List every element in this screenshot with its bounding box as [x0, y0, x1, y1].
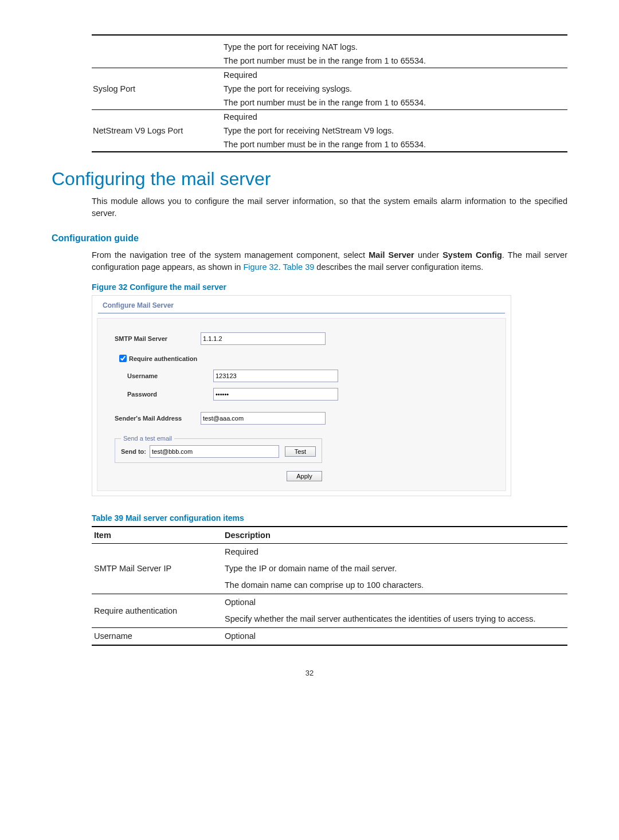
guide-paragraph: From the navigation tree of the system m…	[92, 249, 567, 273]
header-item: Item	[92, 527, 222, 544]
require-auth-checkbox[interactable]	[119, 355, 127, 362]
smtp-input[interactable]	[201, 332, 326, 345]
config-guide-heading: Configuration guide	[52, 233, 567, 244]
test-button[interactable]: Test	[285, 446, 316, 457]
figure-caption: Figure 32 Configure the mail server	[92, 282, 567, 292]
syslog-item: Syslog Port	[92, 68, 222, 110]
smtp-ip-d3: The domain name can comprise up to 100 c…	[222, 577, 567, 594]
nat-desc-2: The port number must be in the range fro…	[222, 54, 567, 68]
page-number: 32	[52, 669, 567, 677]
apply-button[interactable]: Apply	[287, 471, 322, 481]
ports-table: Type the port for receiving NAT logs. Th…	[92, 34, 567, 152]
smtp-ip-item: SMTP Mail Server IP	[92, 544, 222, 594]
username-d1: Optional	[222, 628, 567, 646]
netstream-d1: Required	[222, 110, 567, 124]
smtp-label: SMTP Mail Server	[115, 335, 201, 342]
username-input[interactable]	[213, 370, 338, 382]
require-auth-label: Require authentication	[129, 355, 197, 362]
panel-title: Configure Mail Server	[92, 296, 511, 313]
sendto-label: Send to:	[121, 448, 146, 455]
syslog-d3: The port number must be in the range fro…	[222, 96, 567, 110]
syslog-d2: Type the port for receiving syslogs.	[222, 82, 567, 96]
test-email-fieldset: Send a test email Send to: Test	[115, 435, 322, 463]
req-auth-d2: Specify whether the mail server authenti…	[222, 611, 567, 628]
mail-server-screenshot: Configure Mail Server SMTP Mail Server R…	[92, 295, 511, 496]
figure-link[interactable]: Figure 32	[243, 262, 278, 272]
password-input[interactable]	[213, 388, 338, 401]
sendto-input[interactable]	[150, 445, 279, 458]
mail-config-table: Item Description SMTP Mail Server IP Req…	[92, 526, 567, 646]
smtp-ip-d2: Type the IP or domain name of the mail s…	[222, 560, 567, 577]
guide-text: under	[414, 250, 442, 260]
username-label: Username	[115, 372, 213, 379]
guide-text: From the navigation tree of the system m…	[92, 250, 369, 260]
system-config-bold: System Config	[442, 250, 502, 260]
req-auth-d1: Optional	[222, 594, 567, 611]
syslog-d1: Required	[222, 68, 567, 83]
table-caption: Table 39 Mail server configuration items	[92, 513, 567, 523]
req-auth-item: Require authentication	[92, 594, 222, 628]
sender-label: Sender's Mail Address	[115, 415, 201, 422]
netstream-item: NetStream V9 Logs Port	[92, 110, 222, 152]
intro-paragraph: This module allows you to configure the …	[92, 195, 567, 219]
mail-server-bold: Mail Server	[369, 250, 414, 260]
netstream-d2: Type the port for receiving NetStream V9…	[222, 124, 567, 138]
netstream-d3: The port number must be in the range fro…	[222, 138, 567, 152]
test-email-legend: Send a test email	[121, 435, 174, 442]
nat-desc-1: Type the port for receiving NAT logs.	[222, 40, 567, 54]
password-label: Password	[115, 391, 213, 398]
section-heading: Configuring the mail server	[52, 168, 567, 190]
header-desc: Description	[222, 527, 567, 544]
smtp-ip-d1: Required	[222, 544, 567, 561]
guide-text: describes the mail server configuration …	[314, 262, 483, 272]
table-link[interactable]: Table 39	[283, 262, 314, 272]
sender-input[interactable]	[201, 412, 326, 425]
username-item: Username	[92, 628, 222, 646]
